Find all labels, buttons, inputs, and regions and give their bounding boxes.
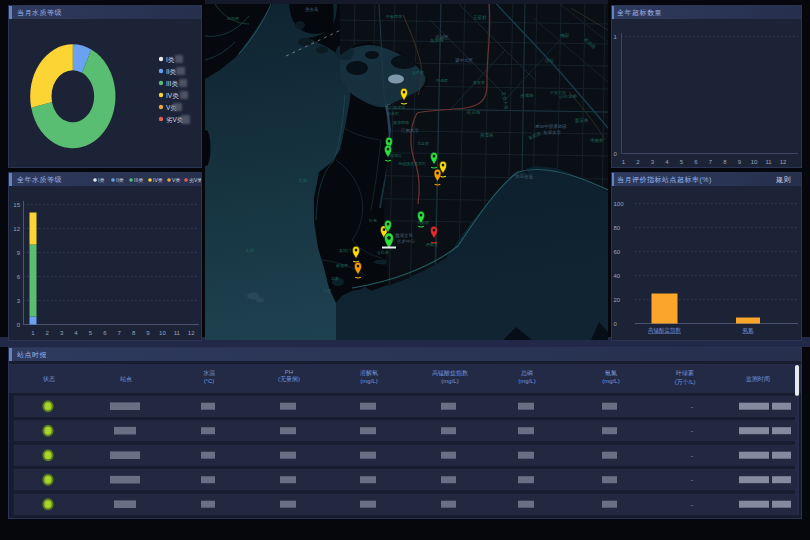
svg-text:高锰酸盐指数: 高锰酸盐指数 [648, 327, 682, 334]
svg-text:中南西路: 中南西路 [386, 14, 402, 19]
svg-text:III类: III类 [166, 80, 178, 87]
svg-text:中强桥: 中强桥 [436, 78, 449, 83]
svg-text:0: 0 [614, 151, 618, 157]
svg-text:吴塘门: 吴塘门 [339, 248, 351, 253]
svg-text:0: 0 [17, 322, 21, 328]
svg-text:1: 1 [31, 330, 35, 336]
svg-text:100: 100 [614, 201, 625, 207]
svg-text:8: 8 [132, 330, 136, 336]
svg-text:11: 11 [174, 330, 181, 336]
svg-text:IV类: IV类 [166, 92, 179, 99]
svg-text:高浪西路: 高浪西路 [393, 120, 409, 125]
svg-text:九里: 九里 [323, 288, 331, 293]
svg-text:渔夫岛: 渔夫岛 [305, 7, 319, 12]
svg-text:0: 0 [614, 321, 618, 327]
svg-text:劣V类: 劣V类 [189, 177, 201, 184]
svg-text:III类: III类 [134, 177, 143, 183]
svg-text:无锡绿波美术馆: 无锡绿波美术馆 [398, 161, 426, 166]
svg-text:I类: I类 [98, 177, 104, 183]
svg-text:6: 6 [103, 330, 107, 336]
svg-text:梁中北区: 梁中北区 [455, 57, 474, 63]
svg-text:新安桥: 新安桥 [575, 118, 589, 123]
svg-text:3: 3 [651, 159, 655, 165]
svg-text:II类: II类 [116, 177, 124, 183]
svg-text:V类: V类 [172, 177, 180, 183]
svg-text:江南大学: 江南大学 [401, 128, 420, 133]
svg-text:小白龙桥: 小白龙桥 [559, 94, 578, 99]
svg-text:1: 1 [614, 34, 618, 40]
svg-text:北定桥: 北定桥 [417, 141, 430, 146]
svg-text:6: 6 [17, 274, 21, 280]
svg-text:20: 20 [614, 297, 621, 303]
svg-text:长广溪湿地: 长广溪湿地 [385, 105, 405, 110]
svg-text:15: 15 [13, 202, 20, 208]
svg-text:东湖大学: 东湖大学 [543, 130, 562, 135]
svg-text:12: 12 [780, 159, 787, 165]
svg-text:周新桥: 周新桥 [417, 220, 430, 225]
svg-text:3: 3 [60, 330, 64, 336]
svg-text:1: 1 [622, 159, 626, 165]
svg-text:9: 9 [146, 330, 150, 336]
svg-text:12: 12 [13, 226, 20, 232]
svg-text:5: 5 [89, 330, 93, 336]
svg-text:沈家: 沈家 [331, 276, 339, 281]
svg-text:5: 5 [680, 159, 684, 165]
svg-text:周潭桥: 周潭桥 [480, 132, 494, 138]
svg-text:叶巷: 叶巷 [369, 218, 377, 223]
svg-text:II类: II类 [166, 68, 177, 75]
svg-text:10: 10 [751, 159, 758, 165]
svg-text:塘南桥: 塘南桥 [589, 138, 604, 143]
svg-text:6: 6 [694, 159, 698, 165]
svg-text:2: 2 [46, 330, 50, 336]
svg-text:4: 4 [74, 330, 78, 336]
svg-text:8: 8 [723, 159, 727, 165]
svg-text:3: 3 [17, 298, 21, 304]
svg-text:10: 10 [159, 330, 166, 336]
svg-text:11: 11 [765, 159, 772, 165]
svg-text:I类: I类 [166, 56, 175, 63]
svg-text:东绛桥: 东绛桥 [412, 70, 425, 75]
svg-text:60: 60 [614, 249, 621, 255]
svg-text:吉祥桥: 吉祥桥 [377, 250, 390, 255]
svg-text:4: 4 [665, 159, 669, 165]
svg-text:旺庄路: 旺庄路 [467, 110, 481, 115]
svg-text:12: 12 [188, 330, 195, 336]
svg-text:金城路: 金城路 [520, 93, 534, 98]
svg-text:太湖: 太湖 [245, 248, 255, 253]
svg-text:9: 9 [738, 159, 742, 165]
svg-text:7: 7 [118, 330, 122, 336]
svg-text:石塘桥: 石塘桥 [227, 16, 240, 21]
svg-text:太湖: 太湖 [298, 178, 308, 183]
svg-text:氨氮: 氨氮 [743, 327, 755, 333]
svg-text:40: 40 [614, 273, 621, 279]
svg-text:蠡湖文化: 蠡湖文化 [395, 232, 414, 238]
svg-text:2: 2 [636, 159, 640, 165]
svg-text:艺术中心: 艺术中心 [397, 238, 416, 244]
svg-text:五星村: 五星村 [473, 14, 487, 21]
svg-text:园湖居: 园湖居 [390, 153, 402, 158]
svg-text:7: 7 [709, 159, 713, 165]
svg-text:东湖塘: 东湖塘 [430, 38, 444, 43]
svg-text:IV类: IV类 [153, 177, 163, 183]
svg-text:9: 9 [17, 250, 21, 256]
svg-text:80: 80 [614, 225, 621, 231]
